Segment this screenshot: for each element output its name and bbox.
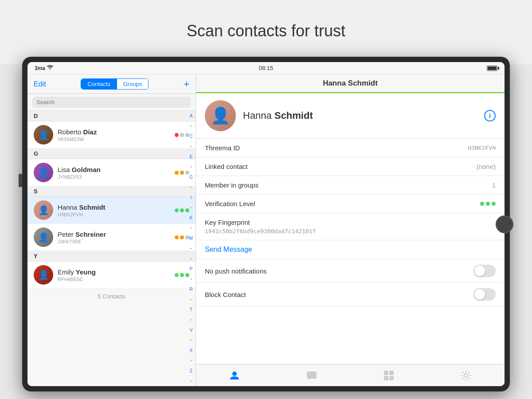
carrier-text: 3ma	[35, 65, 45, 71]
add-contact-button[interactable]: +	[184, 78, 189, 90]
vdot1	[480, 202, 484, 206]
dot2	[180, 133, 184, 137]
contact-info-hanna: Hanna Schmidt H3BK2FVH	[58, 203, 175, 217]
groups-icon	[383, 370, 395, 381]
no-push-toggle[interactable]	[473, 265, 496, 277]
svg-point-0	[232, 372, 237, 376]
contact-roberto[interactable]: 👤 Roberto Diaz VK55MZ3W	[27, 121, 196, 149]
alpha-dot1: •	[190, 124, 192, 129]
segmented-control: Contacts Groups	[81, 78, 149, 90]
alpha-c[interactable]: C	[189, 134, 192, 139]
alpha-dot5: •	[190, 206, 192, 210]
status-left: 3ma	[35, 65, 53, 71]
alpha-g[interactable]: G	[189, 175, 193, 180]
search-input[interactable]	[32, 97, 191, 108]
contact-info-emily: Emily Yeung RFH4BE5C	[58, 268, 175, 282]
linked-contact-value: (none)	[477, 163, 496, 170]
alpha-x[interactable]: X	[190, 348, 193, 353]
contact-detail-name: Hanna Schmidt	[243, 110, 484, 121]
alpha-r[interactable]: R	[189, 287, 192, 292]
alpha-dot13: •	[190, 359, 192, 363]
contact-id-lisa: JYNBZX53	[58, 174, 175, 180]
contact-name-peter: Peter Schreiner	[58, 231, 175, 238]
no-push-label: No push notifications	[205, 267, 473, 275]
alpha-index: A • C • E • G • I • K • M • •	[188, 111, 195, 386]
alpha-z[interactable]: Z	[190, 369, 192, 373]
contact-emily[interactable]: 👤 Emily Yeung RFH4BE5C	[27, 262, 196, 289]
avatar-emily: 👤	[34, 265, 53, 285]
messages-icon	[306, 370, 317, 381]
section-d: D	[27, 111, 196, 121]
dot1	[175, 273, 179, 277]
alpha-i[interactable]: I	[191, 196, 192, 200]
avatar-hanna: 👤	[34, 200, 53, 220]
contact-avatar-large: 👤	[205, 100, 236, 131]
contact-name-lisa: Lisa Goldman	[58, 166, 175, 173]
svg-point-6	[464, 374, 468, 377]
section-s: S	[27, 186, 196, 197]
contacts-nav-bar: Edit Contacts Groups +	[27, 74, 196, 94]
verification-level-label: Verification Level	[205, 200, 480, 207]
contact-id-hanna: H3BK2FVH	[58, 212, 175, 217]
alpha-t[interactable]: T	[190, 308, 192, 312]
settings-icon	[460, 370, 472, 381]
alpha-dot11: •	[190, 318, 192, 322]
block-contact-toggle[interactable]	[473, 288, 496, 301]
status-bar: 3ma 08:15	[27, 62, 505, 74]
contacts-icon	[229, 370, 240, 381]
member-in-groups-label: Member in groups	[205, 181, 492, 189]
tab-settings[interactable]	[427, 364, 505, 386]
info-button[interactable]: i	[484, 110, 496, 121]
tab-groups[interactable]	[350, 364, 427, 386]
contact-peter[interactable]: 👤 Peter Schreiner J3KK7X69	[27, 224, 196, 251]
alpha-v[interactable]: V	[190, 328, 193, 332]
home-button[interactable]	[496, 215, 513, 233]
page-title: Scan contacts for trust	[187, 22, 345, 40]
alpha-dot4: •	[190, 185, 192, 190]
side-button	[19, 174, 22, 187]
contact-id-emily: RFH4BE5C	[58, 277, 175, 282]
contact-hanna[interactable]: 👤 Hanna Schmidt H3BK2FVH	[27, 197, 196, 224]
avatar-peter: 👤	[34, 227, 53, 247]
send-message-button[interactable]: Send Message	[205, 246, 252, 253]
contact-detail-header: 👤 Hanna Schmidt i	[196, 93, 505, 139]
groups-tab[interactable]: Groups	[117, 79, 149, 89]
threema-id-value: H3BK2FVH	[468, 145, 496, 151]
avatar-roberto: 👤	[34, 125, 53, 145]
ipad-screen: 3ma 08:15	[27, 62, 505, 386]
contact-name-emily: Emily Yeung	[58, 268, 175, 276]
member-in-groups-row: Member in groups 1	[196, 176, 505, 195]
search-bar	[27, 94, 196, 111]
block-contact-row: Block Contact	[196, 283, 505, 306]
svg-rect-1	[307, 372, 317, 379]
detail-nav-title: Hanna Schmidt	[323, 79, 378, 87]
main-content: Edit Contacts Groups + D	[27, 74, 505, 386]
svg-rect-5	[389, 376, 394, 380]
svg-rect-3	[389, 371, 394, 375]
battery-icon	[487, 66, 497, 71]
key-fingerprint-value: 1941c50b2f6bd9ce9300dad7c142101f	[205, 228, 496, 235]
vdot2	[486, 202, 490, 206]
alpha-a[interactable]: A	[190, 114, 193, 118]
contact-name-roberto: Roberto Diaz	[58, 128, 175, 136]
alpha-m[interactable]: M	[189, 236, 193, 241]
contact-info-lisa: Lisa Goldman JYNBZX53	[58, 166, 175, 180]
alpha-p[interactable]: P	[190, 267, 193, 271]
edit-button[interactable]: Edit	[34, 80, 46, 88]
tab-bar	[196, 364, 505, 386]
contacts-count: 5 Contacts	[27, 289, 196, 304]
contact-lisa[interactable]: 👤 Lisa Goldman JYNBZX53	[27, 159, 196, 186]
alpha-dot10: •	[190, 297, 192, 302]
tab-contacts[interactable]	[196, 364, 273, 386]
status-time: 08:15	[259, 65, 274, 71]
tab-messages[interactable]	[273, 364, 350, 386]
contact-id-roberto: VK55MZ3W	[58, 137, 175, 142]
section-g: G	[27, 149, 196, 159]
verification-level-row: Verification Level	[196, 195, 505, 213]
threema-id-label: Threema ID	[205, 144, 468, 152]
dot2	[180, 235, 184, 239]
contacts-list: D 👤 Roberto Diaz VK55MZ3W	[27, 111, 196, 386]
alpha-k[interactable]: K	[190, 216, 193, 220]
alpha-e[interactable]: E	[190, 155, 193, 159]
contacts-tab[interactable]: Contacts	[81, 79, 117, 89]
